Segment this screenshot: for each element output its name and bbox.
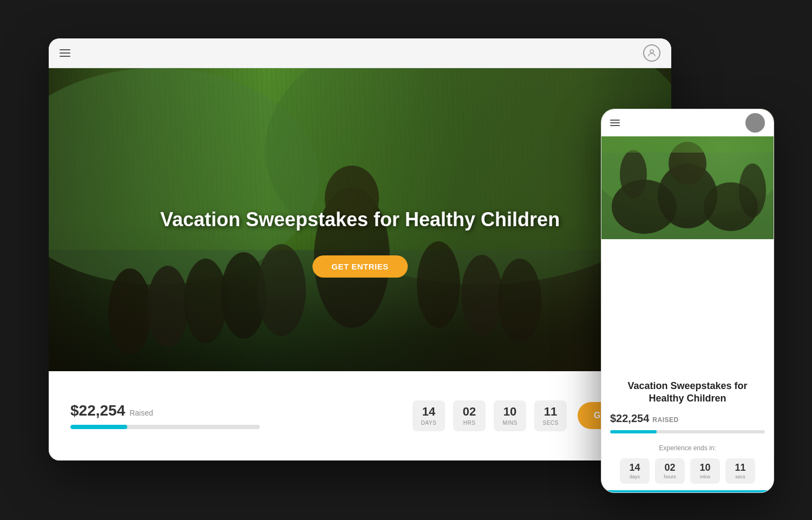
mobile-mins-label: mins	[696, 474, 715, 479]
mobile-countdown-mins: 10 mins	[690, 458, 720, 484]
mobile-progress-fill	[610, 430, 657, 433]
secs-label: SECS	[542, 420, 559, 426]
svg-point-11	[461, 255, 502, 336]
svg-point-3	[108, 268, 152, 355]
svg-point-20	[739, 163, 766, 218]
countdown-hours: 02 HRS	[453, 400, 486, 431]
hours-label: HRS	[461, 420, 478, 426]
secs-value: 11	[542, 406, 559, 418]
hero-title: Vacation Sweepstakes for Healthy Childre…	[160, 208, 560, 231]
hero-image: Vacation Sweepstakes for Healthy Childre…	[49, 68, 671, 371]
mobile-amount: $22,254	[610, 412, 649, 425]
mobile-hours-label: hours	[660, 474, 679, 479]
mobile-raised-label: RAISED	[652, 416, 678, 424]
svg-point-12	[498, 259, 541, 343]
mobile-countdown-days: 14 days	[620, 458, 650, 484]
countdown-days: 14 DAYS	[412, 400, 445, 431]
desktop-mockup: Vacation Sweepstakes for Healthy Childre…	[49, 38, 671, 460]
mobile-days-value: 14	[625, 463, 644, 472]
mobile-raised: $22,254 RAISED	[610, 412, 765, 425]
countdown-mins: 10 MINS	[494, 400, 526, 431]
desktop-top-bar	[49, 38, 671, 68]
scene: Vacation Sweepstakes for Healthy Childre…	[27, 22, 785, 498]
mobile-experience-label: Experience ends in:	[610, 444, 765, 452]
mobile-countdown: 14 days 02 hours 10 mins 11 secs	[610, 458, 765, 484]
mobile-countdown-hours: 02 hours	[655, 458, 685, 484]
mobile-progress-container	[610, 430, 765, 433]
progress-bar-container	[70, 425, 260, 429]
svg-point-19	[620, 150, 647, 199]
svg-point-5	[184, 259, 227, 343]
svg-point-4	[147, 266, 188, 347]
amount-raised: $22,254 Raised	[70, 402, 402, 419]
progress-bar-fill	[70, 425, 127, 429]
user-profile-icon[interactable]	[643, 44, 660, 62]
hours-value: 02	[461, 406, 478, 418]
days-value: 14	[420, 406, 437, 418]
mins-value: 10	[501, 406, 519, 418]
hero-get-entries-button[interactable]: GET ENTRIES	[312, 255, 408, 278]
mobile-title: Vacation Sweepstakes for Healthy Childre…	[610, 380, 765, 405]
amount-section: $22,254 Raised	[70, 402, 402, 429]
desktop-bottom-bar: $22,254 Raised 14 DAYS 02 HRS 10	[49, 371, 671, 460]
svg-point-10	[417, 241, 460, 328]
mobile-bottom-accent	[601, 490, 774, 492]
raised-amount: $22,254	[70, 402, 125, 419]
mobile-content: Vacation Sweepstakes for Healthy Childre…	[601, 369, 774, 493]
countdown-section: 14 DAYS 02 HRS 10 MINS 11 SECS	[412, 400, 567, 431]
svg-point-7	[257, 244, 306, 336]
mobile-hours-value: 02	[660, 463, 679, 472]
hamburger-menu-icon[interactable]	[60, 49, 70, 57]
svg-point-0	[650, 50, 653, 53]
countdown-secs: 11 SECS	[534, 400, 567, 431]
mins-label: MINS	[501, 420, 519, 426]
mobile-mockup: Vacation Sweepstakes for Healthy Childre…	[601, 109, 774, 493]
mobile-secs-value: 11	[731, 463, 750, 472]
mobile-days-label: days	[625, 474, 644, 479]
raised-label: Raised	[129, 409, 153, 417]
mobile-secs-label: secs	[731, 474, 750, 479]
mobile-countdown-secs: 11 secs	[725, 458, 755, 484]
mobile-top-bar	[601, 109, 774, 136]
days-label: DAYS	[420, 420, 437, 426]
mobile-hamburger-icon[interactable]	[610, 120, 620, 126]
mobile-avatar[interactable]	[745, 113, 765, 133]
mobile-mins-value: 10	[696, 463, 715, 472]
